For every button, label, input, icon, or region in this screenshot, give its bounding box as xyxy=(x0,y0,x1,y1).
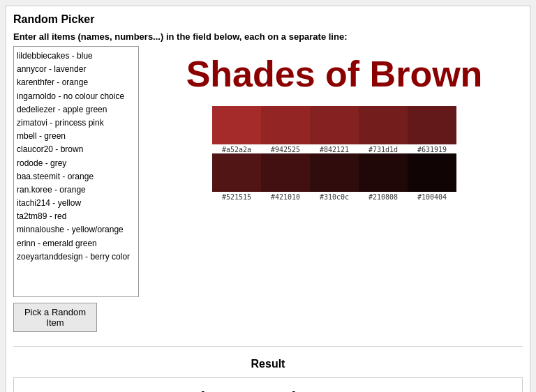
main-area: Pick a Random Item Shades of Brown #a52a… xyxy=(13,46,523,332)
swatch-label: #310c0c xyxy=(320,193,349,201)
result-value: claucor20 - brown xyxy=(191,388,346,392)
swatch-block xyxy=(261,106,310,144)
swatch-block xyxy=(359,106,408,144)
color-swatch: #942525 xyxy=(261,106,310,153)
swatch-row-1: #a52a2a#942525#842121#731d1d#631919 xyxy=(212,106,456,153)
color-swatch: #842121 xyxy=(310,106,359,153)
color-swatch: #731d1d xyxy=(359,106,408,153)
swatch-label: #210808 xyxy=(368,193,398,201)
swatch-label: #942525 xyxy=(271,146,300,153)
swatch-label: #731d1d xyxy=(368,146,398,153)
swatch-block xyxy=(212,153,261,192)
instruction-text: Enter all items (names, numbers...) in t… xyxy=(13,31,523,42)
right-panel: Shades of Brown #a52a2a#942525#842121#73… xyxy=(146,46,523,201)
color-swatch: #631919 xyxy=(408,106,456,153)
pick-random-button[interactable]: Pick a Random Item xyxy=(13,303,97,332)
swatch-label: #100404 xyxy=(417,193,447,201)
result-value-container: claucor20 - brown xyxy=(13,377,523,392)
result-section: Result claucor20 - brown xyxy=(13,346,523,392)
color-swatch: #210808 xyxy=(359,153,408,201)
swatch-block xyxy=(212,106,261,144)
color-swatch: #310c0c xyxy=(310,153,359,201)
color-swatch: #521515 xyxy=(212,153,261,201)
items-textarea[interactable] xyxy=(13,46,139,297)
swatch-block xyxy=(310,153,359,192)
swatch-label: #521515 xyxy=(222,193,251,201)
swatch-block xyxy=(408,106,456,144)
swatch-label: #a52a2a xyxy=(222,146,251,153)
color-swatch: #a52a2a xyxy=(212,106,261,153)
page-title: Random Picker xyxy=(13,13,523,26)
swatch-label: #631919 xyxy=(417,146,447,153)
result-label: Result xyxy=(13,358,523,370)
color-swatch: #100404 xyxy=(408,153,456,201)
swatch-row-2: #521515#421010#310c0c#210808#100404 xyxy=(212,153,456,201)
color-swatches: #a52a2a#942525#842121#731d1d#631919 #521… xyxy=(212,106,456,201)
color-swatch: #421010 xyxy=(261,153,310,201)
app-container: Random Picker Enter all items (names, nu… xyxy=(6,6,530,392)
swatch-block xyxy=(408,153,456,192)
swatch-block xyxy=(261,153,310,192)
left-panel: Pick a Random Item xyxy=(13,46,139,332)
swatch-label: #421010 xyxy=(271,193,300,201)
swatch-label: #842121 xyxy=(320,146,349,153)
swatch-block xyxy=(359,153,408,192)
swatch-block xyxy=(310,106,359,144)
shades-title: Shades of Brown xyxy=(186,53,483,95)
